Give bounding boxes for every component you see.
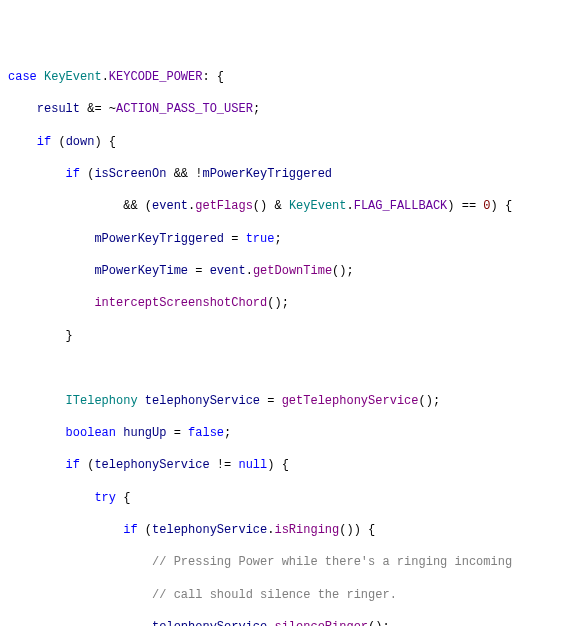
op: ) == (447, 199, 483, 213)
op: = (260, 394, 282, 408)
id-isScreenOn: isScreenOn (94, 167, 166, 181)
punct: ; (224, 426, 231, 440)
code-line: if (telephonyService.isRinging()) { (8, 522, 558, 538)
code-line: ITelephony telephonyService = getTelepho… (8, 393, 558, 409)
id-mPowerKeyTime: mPowerKeyTime (94, 264, 188, 278)
id-mPowerKeyTriggered: mPowerKeyTriggered (202, 167, 332, 181)
code-line: } (8, 328, 558, 344)
punct: ( (138, 523, 152, 537)
punct: (); (332, 264, 354, 278)
id-hungUp: hungUp (123, 426, 166, 440)
punct: (); (418, 394, 440, 408)
op: && ! (166, 167, 202, 181)
punct: } (66, 329, 73, 343)
const-ACTION_PASS_TO_USER: ACTION_PASS_TO_USER (116, 102, 253, 116)
code-line: // Pressing Power while there's a ringin… (8, 554, 558, 570)
method-getTelephonyService: getTelephonyService (282, 394, 419, 408)
id-event: event (210, 264, 246, 278)
op: &= ~ (80, 102, 116, 116)
comment: // Pressing Power while there's a ringin… (152, 555, 512, 569)
code-line: result &= ~ACTION_PASS_TO_USER; (8, 101, 558, 117)
punct: ) { (94, 135, 116, 149)
method-getFlags: getFlags (195, 199, 253, 213)
kw-boolean: boolean (66, 426, 116, 440)
punct: ( (80, 458, 94, 472)
code-line: case KeyEvent.KEYCODE_POWER: { (8, 69, 558, 85)
punct: (); (267, 296, 289, 310)
punct: ) { (491, 199, 513, 213)
id-result: result (37, 102, 80, 116)
cls-ITelephony: ITelephony (66, 394, 138, 408)
code-line: try { (8, 490, 558, 506)
method-silenceRinger: silenceRinger (274, 620, 368, 626)
code-line: mPowerKeyTriggered = true; (8, 231, 558, 247)
punct: ) { (267, 458, 289, 472)
kw-if: if (66, 458, 80, 472)
num: 0 (483, 199, 490, 213)
code-line: mPowerKeyTime = event.getDownTime(); (8, 263, 558, 279)
cls-KeyEvent: KeyEvent (44, 70, 102, 84)
id-telephonyService: telephonyService (94, 458, 209, 472)
kw-null: null (238, 458, 267, 472)
id-telephonyService: telephonyService (152, 523, 267, 537)
punct: ; (274, 232, 281, 246)
op: != (210, 458, 239, 472)
id-telephonyService: telephonyService (145, 394, 260, 408)
kw-false: false (188, 426, 224, 440)
punct: ( (51, 135, 65, 149)
kw-if: if (37, 135, 51, 149)
punct: : (202, 70, 209, 84)
kw-try: try (94, 491, 116, 505)
punct: { (116, 491, 130, 505)
punct: { (210, 70, 224, 84)
punct: (); (368, 620, 390, 626)
punct: ()) { (339, 523, 375, 537)
code-line: telephonyService.silenceRinger(); (8, 619, 558, 626)
method-isRinging: isRinging (274, 523, 339, 537)
id-event: event (152, 199, 188, 213)
kw-if: if (66, 167, 80, 181)
id-telephonyService: telephonyService (152, 620, 267, 626)
id-down: down (66, 135, 95, 149)
code-line: && (event.getFlags() & KeyEvent.FLAG_FAL… (8, 198, 558, 214)
code-line: if (isScreenOn && !mPowerKeyTriggered (8, 166, 558, 182)
id-mPowerKeyTriggered: mPowerKeyTriggered (94, 232, 224, 246)
code-line: if (down) { (8, 134, 558, 150)
kw-if: if (123, 523, 137, 537)
punct: ( (80, 167, 94, 181)
code-line: if (telephonyService != null) { (8, 457, 558, 473)
op: = (224, 232, 246, 246)
method-getDownTime: getDownTime (253, 264, 332, 278)
op: = (166, 426, 188, 440)
code-line (8, 360, 558, 376)
code-line: // call should silence the ringer. (8, 587, 558, 603)
comment: // call should silence the ringer. (152, 588, 397, 602)
method-interceptScreenshotChord: interceptScreenshotChord (94, 296, 267, 310)
op: = (188, 264, 210, 278)
punct: () (253, 199, 267, 213)
cls-KeyEvent: KeyEvent (289, 199, 347, 213)
const-FLAG_FALLBACK: FLAG_FALLBACK (354, 199, 448, 213)
punct: . (346, 199, 353, 213)
const-KEYCODE_POWER: KEYCODE_POWER (109, 70, 203, 84)
code-line: boolean hungUp = false; (8, 425, 558, 441)
kw-true: true (246, 232, 275, 246)
kw-case: case (8, 70, 37, 84)
code-line: interceptScreenshotChord(); (8, 295, 558, 311)
punct: ; (253, 102, 260, 116)
op: & (267, 199, 289, 213)
op: && ( (123, 199, 152, 213)
